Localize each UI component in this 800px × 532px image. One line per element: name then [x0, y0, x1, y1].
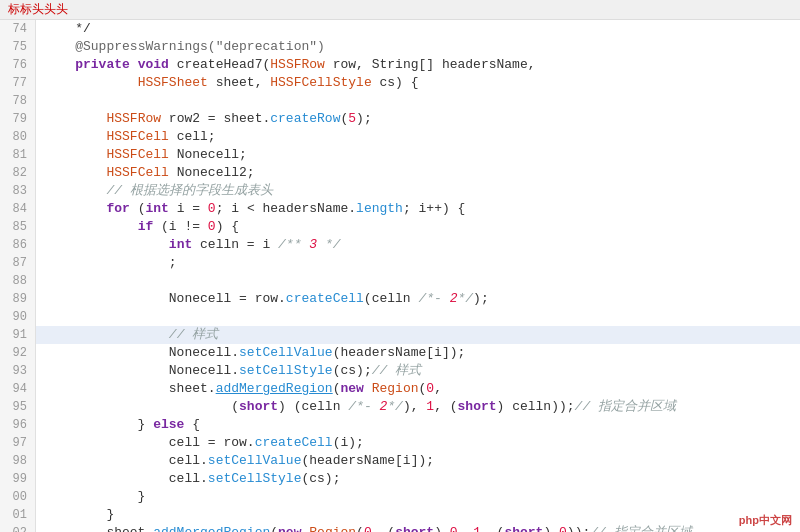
code-row: 84 for (int i = 0; i < headersName.lengt… — [0, 200, 800, 218]
line-code: HSSFCell cell; — [36, 128, 800, 146]
line-number: 01 — [0, 506, 36, 524]
line-code: sheet.addMergedRegion(new Region(0, — [36, 380, 800, 398]
code-row: 99 cell.setCellStyle(cs); — [0, 470, 800, 488]
line-code: if (i != 0) { — [36, 218, 800, 236]
line-code: */ — [36, 20, 800, 38]
line-number: 74 — [0, 20, 36, 38]
code-row: 98 cell.setCellValue(headersName[i]); — [0, 452, 800, 470]
line-number: 76 — [0, 56, 36, 74]
code-row: 97 cell = row.createCell(i); — [0, 434, 800, 452]
code-row: 85 if (i != 0) { — [0, 218, 800, 236]
line-number: 79 — [0, 110, 36, 128]
line-number: 00 — [0, 488, 36, 506]
line-code: Nonecell = row.createCell(celln /*- 2*/)… — [36, 290, 800, 308]
line-number: 89 — [0, 290, 36, 308]
line-code: int celln = i /** 3 */ — [36, 236, 800, 254]
line-code — [36, 272, 800, 290]
line-code: @SuppressWarnings("deprecation") — [36, 38, 800, 56]
code-row: 91 // 样式 — [0, 326, 800, 344]
code-row: 96 } else { — [0, 416, 800, 434]
line-number: 97 — [0, 434, 36, 452]
line-code — [36, 92, 800, 110]
code-row: 89 Nonecell = row.createCell(celln /*- 2… — [0, 290, 800, 308]
code-row: 76 private void createHead7(HSSFRow row,… — [0, 56, 800, 74]
line-code: // 根据选择的字段生成表头 — [36, 182, 800, 200]
line-code — [36, 308, 800, 326]
code-row: 87 ; — [0, 254, 800, 272]
line-code: } — [36, 488, 800, 506]
line-code: cell = row.createCell(i); — [36, 434, 800, 452]
line-number: 85 — [0, 218, 36, 236]
code-row: 81 HSSFCell Nonecell; — [0, 146, 800, 164]
top-bar: 标标头头头 — [0, 0, 800, 20]
code-lines: 74 */75 @SuppressWarnings("deprecation")… — [0, 20, 800, 532]
line-code: sheet.addMergedRegion(new Region(0, (sho… — [36, 524, 800, 532]
line-number: 81 — [0, 146, 36, 164]
code-row: 01 } — [0, 506, 800, 524]
code-row: 83 // 根据选择的字段生成表头 — [0, 182, 800, 200]
line-code: Nonecell.setCellValue(headersName[i]); — [36, 344, 800, 362]
code-row: 86 int celln = i /** 3 */ — [0, 236, 800, 254]
line-number: 82 — [0, 164, 36, 182]
line-number: 92 — [0, 344, 36, 362]
code-row: 88 — [0, 272, 800, 290]
line-number: 86 — [0, 236, 36, 254]
watermark: php中文网 — [739, 513, 792, 528]
line-code: } else { — [36, 416, 800, 434]
line-code: HSSFCell Nonecell; — [36, 146, 800, 164]
line-code: private void createHead7(HSSFRow row, St… — [36, 56, 800, 74]
line-code: // 样式 — [36, 326, 800, 344]
line-number: 99 — [0, 470, 36, 488]
line-number: 95 — [0, 398, 36, 416]
line-code: (short) (celln /*- 2*/), 1, (short) cell… — [36, 398, 800, 416]
line-number: 77 — [0, 74, 36, 92]
line-code: HSSFCell Nonecell2; — [36, 164, 800, 182]
line-code: cell.setCellValue(headersName[i]); — [36, 452, 800, 470]
line-code: ; — [36, 254, 800, 272]
code-row: 02 sheet.addMergedRegion(new Region(0, (… — [0, 524, 800, 532]
code-row: 92 Nonecell.setCellValue(headersName[i])… — [0, 344, 800, 362]
code-row: 90 — [0, 308, 800, 326]
line-code: HSSFSheet sheet, HSSFCellStyle cs) { — [36, 74, 800, 92]
top-bar-label: 标标头头头 — [8, 1, 68, 18]
line-code: HSSFRow row2 = sheet.createRow(5); — [36, 110, 800, 128]
line-code: for (int i = 0; i < headersName.length; … — [36, 200, 800, 218]
line-number: 94 — [0, 380, 36, 398]
line-number: 78 — [0, 92, 36, 110]
line-number: 83 — [0, 182, 36, 200]
line-number: 84 — [0, 200, 36, 218]
line-number: 88 — [0, 272, 36, 290]
code-row: 93 Nonecell.setCellStyle(cs);// 样式 — [0, 362, 800, 380]
line-number: 80 — [0, 128, 36, 146]
line-code: } — [36, 506, 800, 524]
code-row: 77 HSSFSheet sheet, HSSFCellStyle cs) { — [0, 74, 800, 92]
code-row: 00 } — [0, 488, 800, 506]
code-row: 94 sheet.addMergedRegion(new Region(0, — [0, 380, 800, 398]
line-number: 91 — [0, 326, 36, 344]
code-row: 75 @SuppressWarnings("deprecation") — [0, 38, 800, 56]
line-number: 90 — [0, 308, 36, 326]
line-number: 02 — [0, 524, 36, 532]
line-code: Nonecell.setCellStyle(cs);// 样式 — [36, 362, 800, 380]
line-number: 98 — [0, 452, 36, 470]
line-number: 93 — [0, 362, 36, 380]
code-row: 95 (short) (celln /*- 2*/), 1, (short) c… — [0, 398, 800, 416]
code-row: 80 HSSFCell cell; — [0, 128, 800, 146]
line-number: 75 — [0, 38, 36, 56]
line-code: cell.setCellStyle(cs); — [36, 470, 800, 488]
code-editor: 标标头头头 74 */75 @SuppressWarnings("depreca… — [0, 0, 800, 532]
line-number: 87 — [0, 254, 36, 272]
code-row: 82 HSSFCell Nonecell2; — [0, 164, 800, 182]
code-row: 78 — [0, 92, 800, 110]
code-row: 74 */ — [0, 20, 800, 38]
code-row: 79 HSSFRow row2 = sheet.createRow(5); — [0, 110, 800, 128]
line-number: 96 — [0, 416, 36, 434]
